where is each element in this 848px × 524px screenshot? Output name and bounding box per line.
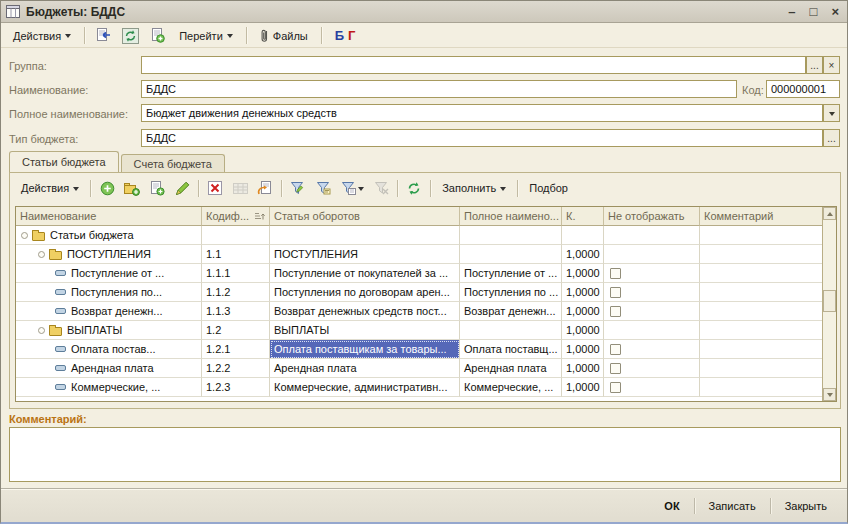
comment-cell[interactable]: [700, 321, 822, 340]
code-cell[interactable]: 1.1.2: [202, 283, 270, 302]
close-button[interactable]: Закрыть: [775, 497, 837, 515]
code-cell[interactable]: 1.1.1: [202, 264, 270, 283]
copy-row-button[interactable]: [146, 178, 168, 198]
hide-cell[interactable]: [604, 283, 700, 302]
fullname-cell[interactable]: [460, 245, 562, 264]
column-header-fullname[interactable]: Полное наимено...: [460, 207, 562, 226]
group-clear-button[interactable]: ×: [823, 56, 840, 74]
ratio-cell[interactable]: 1,0000: [562, 321, 604, 340]
code-cell[interactable]: 1.2.2: [202, 359, 270, 378]
article-cell[interactable]: Возврат денежных средств пост...: [270, 302, 460, 321]
clear-filter-button[interactable]: [370, 178, 392, 198]
goto-menu-button[interactable]: Перейти: [173, 27, 239, 45]
maximize-icon[interactable]: □: [810, 2, 818, 22]
code-input[interactable]: 000000001: [766, 80, 840, 98]
hide-cell[interactable]: [604, 302, 700, 321]
table-row[interactable]: Оплата постав...1.2.1Оплата поставщикам …: [16, 340, 822, 359]
change-hierarchy-button[interactable]: [254, 178, 276, 198]
hide-checkbox[interactable]: [610, 382, 621, 393]
table-actions-menu-button[interactable]: Действия: [15, 179, 85, 197]
item-name-cell[interactable]: ПОСТУПЛЕНИЯ: [16, 245, 202, 264]
table-row[interactable]: Коммерческие, ...1.2.3Коммерческие, адми…: [16, 378, 822, 397]
fullname-dropdown-button[interactable]: [823, 104, 840, 122]
close-icon[interactable]: ×: [831, 2, 839, 22]
table-row[interactable]: ВЫПЛАТЫ1.2ВЫПЛАТЫ1,0000: [16, 321, 822, 340]
comment-input[interactable]: [9, 427, 841, 482]
fullname-cell[interactable]: Арендная плата: [460, 359, 562, 378]
minimize-icon[interactable]: –: [788, 2, 795, 22]
comment-cell[interactable]: [700, 359, 822, 378]
fullname-cell[interactable]: Оплата поставщ...: [460, 340, 562, 359]
pick-button[interactable]: Подбор: [523, 179, 574, 197]
tab-budget-accounts[interactable]: Счета бюджета: [121, 154, 225, 172]
code-cell[interactable]: 1.1.3: [202, 302, 270, 321]
filter-sort-settings-button[interactable]: [287, 178, 309, 198]
hide-checkbox[interactable]: [610, 268, 621, 279]
item-name-cell[interactable]: Арендная плата: [16, 359, 202, 378]
ratio-cell[interactable]: 1,0000: [562, 302, 604, 321]
filter-by-value-button[interactable]: [312, 178, 334, 198]
hide-cell[interactable]: [604, 359, 700, 378]
name-input[interactable]: БДДС: [141, 80, 737, 98]
fullname-cell[interactable]: [460, 321, 562, 340]
article-cell[interactable]: Арендная плата: [270, 359, 460, 378]
ratio-cell[interactable]: 1,0000: [562, 378, 604, 397]
ratio-cell[interactable]: 1,0000: [562, 359, 604, 378]
item-name-cell[interactable]: Поступления по...: [16, 283, 202, 302]
budget-type-input[interactable]: БДДС: [141, 129, 823, 147]
hide-cell[interactable]: [604, 321, 700, 340]
hide-checkbox[interactable]: [610, 363, 621, 374]
hide-cell[interactable]: [604, 378, 700, 397]
code-cell[interactable]: 1.2.3: [202, 378, 270, 397]
item-name-cell[interactable]: Возврат денежн...: [16, 302, 202, 321]
scroll-down-button[interactable]: [823, 388, 836, 401]
move-item-button[interactable]: [229, 178, 251, 198]
expand-toggle-icon[interactable]: [38, 327, 45, 334]
fullname-cell[interactable]: Поступление от ...: [460, 264, 562, 283]
write-document-button[interactable]: [92, 26, 114, 46]
comment-cell[interactable]: [700, 340, 822, 359]
ratio-cell[interactable]: 1,0000: [562, 340, 604, 359]
comment-cell[interactable]: [700, 226, 822, 245]
filter-history-button[interactable]: [337, 178, 367, 198]
fullname-cell[interactable]: Коммерческие, ...: [460, 378, 562, 397]
article-cell[interactable]: Поступления по договорам арен...: [270, 283, 460, 302]
expand-toggle-icon[interactable]: [38, 251, 45, 258]
actions-menu-button[interactable]: Действия: [7, 27, 77, 45]
hide-cell[interactable]: [604, 245, 700, 264]
hide-cell[interactable]: [604, 264, 700, 283]
group-input[interactable]: [141, 56, 806, 74]
fullname-cell[interactable]: Поступления по ...: [460, 283, 562, 302]
fill-menu-button[interactable]: Заполнить: [436, 179, 512, 197]
expand-toggle-icon[interactable]: [21, 232, 28, 239]
ratio-cell[interactable]: [562, 226, 604, 245]
tab-budget-articles[interactable]: Статьи бюджета: [9, 151, 119, 172]
fullname-cell[interactable]: Возврат денежн...: [460, 302, 562, 321]
column-header-hide[interactable]: Не отображать: [604, 207, 700, 226]
article-cell[interactable]: Коммерческие, административн...: [270, 378, 460, 397]
scroll-up-button[interactable]: [823, 207, 836, 220]
item-name-cell[interactable]: Оплата постав...: [16, 340, 202, 359]
code-cell[interactable]: [202, 226, 270, 245]
item-name-cell[interactable]: Статьи бюджета: [16, 226, 202, 245]
item-name-cell[interactable]: ВЫПЛАТЫ: [16, 321, 202, 340]
code-cell[interactable]: 1.1: [202, 245, 270, 264]
code-cell[interactable]: 1.2: [202, 321, 270, 340]
item-name-cell[interactable]: Поступление от ...: [16, 264, 202, 283]
article-cell[interactable]: ВЫПЛАТЫ: [270, 321, 460, 340]
column-header-ratio[interactable]: К.: [562, 207, 604, 226]
table-row[interactable]: Арендная плата1.2.2Арендная платаАрендна…: [16, 359, 822, 378]
table-row[interactable]: Возврат денежн...1.1.3Возврат денежных с…: [16, 302, 822, 321]
scrollbar-thumb[interactable]: [823, 290, 836, 312]
hide-checkbox[interactable]: [610, 287, 621, 298]
refresh-button[interactable]: [403, 178, 425, 198]
code-cell[interactable]: 1.2.1: [202, 340, 270, 359]
bg-logo[interactable]: БГ: [329, 25, 362, 46]
fullname-input[interactable]: Бюджет движения денежных средств: [141, 104, 823, 122]
article-cell[interactable]: [270, 226, 460, 245]
add-group-button[interactable]: [121, 178, 143, 198]
comment-cell[interactable]: [700, 378, 822, 397]
write-button[interactable]: Записать: [699, 497, 766, 515]
group-select-button[interactable]: ...: [806, 56, 823, 74]
hide-checkbox[interactable]: [610, 344, 621, 355]
